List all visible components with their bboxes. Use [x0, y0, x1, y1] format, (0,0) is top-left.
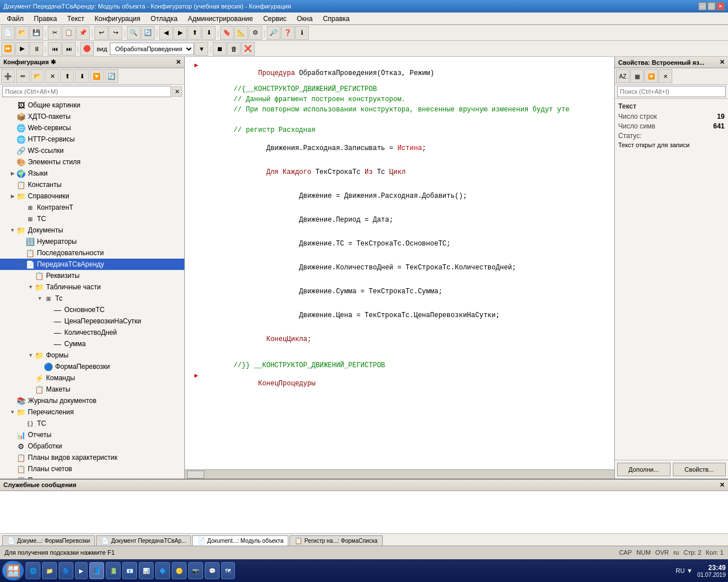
tree-item[interactable]: 🔗 WS-ссылки — [0, 145, 184, 156]
tb-6[interactable]: ▶ — [173, 26, 187, 40]
menu-service[interactable]: Сервис — [259, 14, 291, 24]
tree-item[interactable]: 📋 Планы видов характеристик — [0, 452, 184, 463]
config-action-open[interactable]: 📂 — [31, 69, 44, 83]
taskbar-app-media[interactable]: ▶ — [75, 562, 88, 579]
tree-item[interactable]: ▼ 📁 Документы — [0, 225, 184, 236]
properties-button[interactable]: Свойств... — [673, 463, 726, 476]
tab-forma-perevozki[interactable]: 📄 Докуме...: ФормаПеревозки — [2, 535, 95, 546]
start-button[interactable]: 🪟 — [2, 561, 24, 580]
tree-item[interactable]: ▼ 📁 Формы — [0, 350, 184, 361]
tb2-7[interactable]: ⏹ — [213, 42, 226, 56]
service-close[interactable]: ✕ — [719, 481, 725, 489]
tb2-2[interactable]: ▶ — [15, 42, 29, 56]
tree-item[interactable]: — КоличествоДней — [0, 327, 184, 338]
tab-registr-forma[interactable]: 📋 Регистр на...: ФормаСписка — [289, 535, 382, 546]
tb2-5[interactable]: ⏭ — [62, 42, 76, 56]
menu-file[interactable]: Файл — [2, 14, 28, 24]
config-action-edit[interactable]: ✏ — [16, 69, 30, 83]
props-panel-close[interactable]: ✕ — [719, 59, 725, 66]
maximize-button[interactable]: □ — [708, 2, 715, 10]
tb-paste[interactable]: 📌 — [76, 26, 90, 40]
tb-9[interactable]: 🔖 — [220, 26, 234, 40]
tb2-9[interactable]: ❌ — [241, 42, 255, 56]
tab-doc-peredacha[interactable]: 📄 Документ ПередачаТСвАр... — [96, 535, 191, 546]
taskbar-app-skype[interactable]: 💬 — [205, 562, 220, 579]
tree-item[interactable]: 📋 Последовательности — [0, 247, 184, 259]
tb-13[interactable]: ℹ — [295, 26, 309, 40]
menu-debug[interactable]: Отладка — [146, 14, 182, 24]
tree-item[interactable]: 🌐 HTTP-сервисы — [0, 134, 184, 145]
config-action-add[interactable]: ➕ — [1, 69, 15, 83]
props-close2[interactable]: ✕ — [659, 69, 672, 83]
tree-item[interactable]: 📋 Реквизиты — [0, 270, 184, 281]
tb-10[interactable]: 📐 — [234, 26, 248, 40]
tree-item[interactable]: ▶ 📁 Справочники — [0, 190, 184, 202]
menu-help[interactable]: Справка — [318, 14, 354, 24]
minimize-button[interactable]: — — [698, 2, 706, 10]
tb-undo[interactable]: ↩ — [94, 26, 108, 40]
tree-item[interactable]: 📋 Макеты — [0, 384, 184, 395]
tb2-1[interactable]: ⏩ — [1, 42, 15, 56]
tb2-4[interactable]: ⏮ — [48, 42, 61, 56]
tree-item[interactable]: — Сумма — [0, 338, 184, 350]
tree-item[interactable]: ▼ 📁 Перечисления — [0, 406, 184, 418]
config-search-input[interactable] — [2, 86, 171, 97]
tb-copy[interactable]: 📋 — [62, 26, 76, 40]
tree-item[interactable]: 📋 Планы видов расчета — [0, 475, 184, 479]
props-sort[interactable]: AZ — [616, 69, 630, 83]
menu-text[interactable]: Текст — [63, 14, 89, 24]
taskbar-app-maps[interactable]: 🗺 — [221, 562, 235, 579]
close-button[interactable]: ✕ — [717, 2, 725, 10]
code-area[interactable]: ▶ Процедура ОбработкаПроведения(Отказ, Р… — [185, 57, 614, 469]
h-scrollbar[interactable] — [185, 469, 614, 479]
tb-replace[interactable]: 🔄 — [141, 26, 155, 40]
tb2-dropdown[interactable]: ▼ — [195, 42, 208, 56]
config-search-close[interactable]: ✕ — [172, 86, 182, 97]
tree-item[interactable]: ⚙ Обработки — [0, 440, 184, 452]
config-action-up[interactable]: ⬆ — [60, 69, 74, 83]
tree-item[interactable]: ⊞ КонтрагенТ — [0, 202, 184, 213]
tree-item[interactable]: — ОсновноеТС — [0, 304, 184, 315]
procedure-combo[interactable]: ОбработкаПроведения — [110, 43, 194, 55]
tb2-3[interactable]: ⏸ — [30, 42, 43, 56]
tree-item[interactable]: 📦 ХДТО-пакеты — [0, 111, 184, 122]
tree-item[interactable]: 📋 Планы счетов — [0, 463, 184, 475]
taskbar-app-visio[interactable]: 🔷 — [155, 562, 170, 579]
window-controls[interactable]: — □ ✕ — [698, 2, 725, 10]
tree-item[interactable]: — ЦенаПеревозкиНаСутки — [0, 315, 184, 327]
tb-12[interactable]: ❓ — [281, 26, 295, 40]
tree-item[interactable]: ▶ 🌍 Языки — [0, 168, 184, 179]
taskbar-app-ps[interactable]: 📷 — [188, 562, 203, 579]
tb-cut[interactable]: ✂ — [48, 26, 61, 40]
config-action-delete[interactable]: ✕ — [46, 69, 59, 83]
tree-item[interactable]: ▼ 📁 Табличные части — [0, 281, 184, 293]
taskbar-app-ie[interactable]: 🌐 — [26, 562, 40, 579]
tree-item[interactable]: 📊 Отчеты — [0, 429, 184, 440]
taskbar-app-outlook[interactable]: 📧 — [122, 562, 137, 579]
menu-windows[interactable]: Окна — [292, 14, 317, 24]
tree-item[interactable]: 📋 Константы — [0, 179, 184, 190]
tb-btn-3[interactable]: 💾 — [30, 26, 43, 40]
config-action-down[interactable]: ⬇ — [75, 69, 89, 83]
tb-btn-2[interactable]: 📂 — [15, 26, 29, 40]
tb2-8[interactable]: 🗑 — [227, 42, 241, 56]
tree-item[interactable]: 🌐 Web-сервисы — [0, 122, 184, 134]
tb-redo[interactable]: ↪ — [109, 26, 122, 40]
tree-item[interactable]: ⊞ ТС — [0, 213, 184, 225]
config-action-filter[interactable]: 🔽 — [90, 69, 104, 83]
props-group[interactable]: ▦ — [630, 69, 644, 83]
config-panel-close[interactable]: ✕ — [176, 59, 181, 66]
taskbar-app-onenote[interactable]: 📘 — [89, 562, 104, 579]
config-action-refresh[interactable]: 🔄 — [105, 69, 118, 83]
tree-item[interactable]: 🖼 Общие картинки — [0, 99, 184, 111]
menu-edit[interactable]: Правка — [30, 14, 62, 24]
tb-5[interactable]: ◀ — [159, 26, 173, 40]
menu-admin[interactable]: Администрирование — [183, 14, 257, 24]
tb-search[interactable]: 🔍 — [127, 26, 140, 40]
tb2-6[interactable]: 🔴 — [80, 42, 94, 56]
props-filter[interactable]: 🔽 — [644, 69, 658, 83]
tab-modul-ob[interactable]: 📄 Докument...: Модуль объекта — [192, 535, 288, 546]
tb-7[interactable]: ⬆ — [188, 26, 201, 40]
tree-item[interactable]: 🎨 Элементы стиля — [0, 156, 184, 168]
tree-item[interactable]: 📚 Журналы документов — [0, 395, 184, 406]
